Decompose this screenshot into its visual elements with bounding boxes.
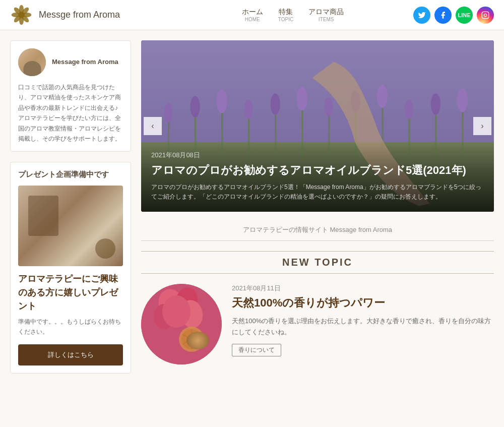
hero-overlay: 2021年08月08日 アロマのプロがお勧めするアロマオイルブランド5選(202…: [141, 141, 494, 212]
topic-info: 2021年08月11日 天然100%の香りが持つパワー 天然100%の香りを選ぶ…: [232, 284, 494, 356]
topic-card-description: 天然100%の香りを選ぶ理由をお伝えします。大好きな香りで癒され、香りを自分の味…: [232, 316, 494, 338]
present-caption: アロマテラピーにご興味のある方に嬉しいプレゼント: [18, 272, 123, 313]
twitter-icon[interactable]: [413, 7, 430, 24]
topic-date: 2021年08月11日: [232, 284, 494, 293]
svg-point-43: [162, 295, 191, 328]
topic-card-title: 天然100%の香りが持つパワー: [232, 296, 494, 311]
topic-tag[interactable]: 香りについて: [232, 344, 281, 356]
site-header: Messge from Aroma ホーム HOME 特集 TOPIC アロマ商…: [0, 0, 504, 30]
present-title: プレゼント企画準備中です: [18, 170, 123, 179]
topic-card: 2021年08月11日 天然100%の香りが持つパワー 天然100%の香りを選ぶ…: [141, 284, 494, 364]
slider-prev-button[interactable]: ‹: [144, 117, 162, 135]
nav-items[interactable]: アロマ商品 ITEMS: [308, 8, 344, 22]
svg-rect-9: [482, 12, 488, 18]
hero-date: 2021年08月08日: [151, 151, 484, 160]
sidebar: Message from Aroma 口コミで話題の人気商品を見つけたり、アロマ…: [10, 40, 131, 374]
present-detail-button[interactable]: 詳しくはこちら: [18, 344, 123, 365]
hero-description: アロマのプロがお勧めするアロマオイルブランド5選！「Message from A…: [151, 182, 484, 202]
main-nav: ホーム HOME 特集 TOPIC アロマ商品 ITEMS: [242, 8, 344, 22]
profile-header: Message from Aroma: [18, 48, 123, 76]
hero-title: アロマのプロがお勧めするアロマオイルブランド5選(2021年): [151, 163, 484, 178]
facebook-icon[interactable]: [434, 7, 452, 24]
present-card: プレゼント企画準備中です アロマテラピーにご興味のある方に嬉しいプレゼント 準備…: [10, 162, 131, 373]
new-topic-section: NEW TOPIC: [141, 251, 494, 364]
hero-slider: ‹ › 2021年08月08日 アロマのプロがお勧めするアロマオイルブランド5選…: [141, 40, 494, 212]
logo-area[interactable]: Messge from Aroma: [10, 4, 120, 26]
present-sub-text: 準備中です。。。もうしばらくお待ちください。: [18, 317, 123, 336]
present-image: [18, 186, 123, 266]
profile-name: Message from Aroma: [52, 57, 118, 67]
profile-card: Message from Aroma 口コミで話題の人気商品を見つけたり、アロマ…: [10, 40, 131, 152]
line-icon[interactable]: LINE: [456, 7, 473, 24]
logo-icon: [10, 4, 33, 26]
nav-topic[interactable]: 特集 TOPIC: [278, 8, 293, 22]
profile-description: 口コミで話題の人気商品を見つけたり、アロマ精油を使ったスキンケア商品や香水の最新…: [18, 82, 123, 144]
social-icons: LINE: [413, 7, 494, 24]
main-content: ‹ › 2021年08月08日 アロマのプロがお勧めするアロマオイルブランド5選…: [141, 40, 494, 374]
avatar: [18, 48, 46, 76]
slider-next-button[interactable]: ›: [473, 117, 491, 135]
main-container: Message from Aroma 口コミで話題の人気商品を見つけたり、アロマ…: [0, 30, 504, 384]
topic-thumbnail: [141, 284, 222, 364]
instagram-icon[interactable]: [477, 7, 494, 24]
section-title: NEW TOPIC: [141, 251, 494, 274]
logo-text: Messge from Aroma: [39, 10, 120, 20]
site-caption: アロマテラピーの情報サイト Message from Aroma: [141, 219, 494, 241]
nav-home[interactable]: ホーム HOME: [242, 8, 263, 22]
svg-point-8: [18, 12, 25, 18]
